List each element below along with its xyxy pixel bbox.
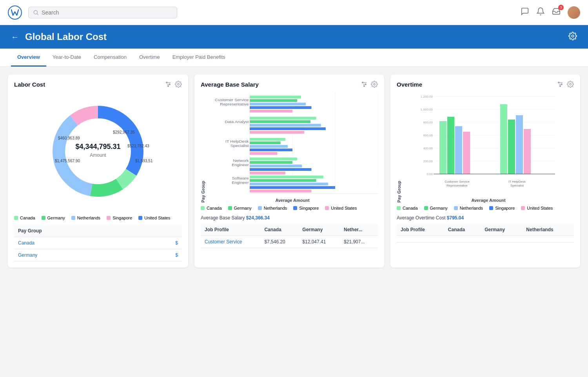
header-bar: ← Global Labor Cost [0, 25, 588, 49]
tab-ytd[interactable]: Year-to-Date [46, 49, 87, 67]
gear-icon-labor[interactable] [175, 81, 182, 88]
overtime-legend: Canada Germany Netherlands Singapore Uni… [397, 206, 574, 210]
avatar[interactable] [568, 6, 580, 19]
svg-point-9 [178, 83, 180, 85]
empty-row [397, 236, 574, 243]
canada-col: Canada [260, 224, 298, 236]
svg-text:Engineer: Engineer [232, 163, 249, 167]
svg-point-29 [374, 83, 376, 85]
svg-rect-38 [250, 103, 306, 105]
svg-rect-96 [463, 132, 470, 174]
svg-text:200.00: 200.00 [423, 160, 433, 163]
labor-cost-legend: Canada Germany Netherlands Singapore Uni… [14, 216, 182, 220]
ot-canada-col: Canada [444, 224, 481, 236]
avg-salary-table: Job Profile Canada Germany Nether... Cus… [201, 224, 378, 248]
svg-rect-53 [250, 152, 277, 155]
svg-point-75 [558, 82, 559, 83]
svg-point-28 [364, 85, 365, 87]
legend-singapore: Singapore [107, 216, 132, 220]
avg-base-salary-card: Average Base Salary Pay Group [194, 74, 384, 268]
germany-row-label[interactable]: Germany [14, 249, 140, 261]
svg-point-8 [168, 85, 169, 87]
svg-rect-44 [250, 124, 321, 127]
svg-rect-97 [500, 104, 507, 174]
germany-dot [42, 216, 45, 220]
svg-point-2 [572, 35, 574, 37]
svg-rect-42 [250, 117, 316, 120]
tab-compensation[interactable]: Compensation [87, 49, 133, 67]
filter-icon-overtime[interactable] [557, 81, 564, 88]
svg-text:$1,593,513.74: $1,593,513.74 [135, 159, 153, 163]
table-row [397, 236, 574, 243]
svg-point-77 [560, 85, 561, 87]
svg-text:$292,967.35: $292,967.35 [113, 130, 135, 134]
cs-nether-val: $21,907... [340, 236, 378, 248]
us-dot [138, 216, 142, 220]
avg-overtime-value: $795.04 [447, 215, 464, 221]
svg-text:Representative: Representative [220, 102, 249, 106]
germany-col: Germany [298, 224, 340, 236]
canada-row-label[interactable]: Canada [14, 237, 140, 249]
inbox-icon[interactable]: 3 [552, 7, 561, 18]
salary-x-axis-label: Average Amount [207, 198, 378, 203]
filter-icon[interactable] [165, 81, 172, 88]
svg-rect-52 [250, 149, 292, 151]
svg-rect-67 [250, 190, 311, 192]
svg-rect-58 [250, 165, 302, 167]
svg-rect-63 [250, 176, 323, 178]
svg-text:$4,344,795.31: $4,344,795.31 [75, 143, 120, 150]
svg-rect-64 [250, 179, 316, 182]
canada-row-value: $ [140, 237, 182, 249]
overtime-icons[interactable] [557, 81, 574, 88]
svg-text:800.00: 800.00 [423, 121, 433, 124]
svg-rect-40 [250, 110, 292, 112]
svg-rect-65 [250, 183, 328, 185]
tab-overview[interactable]: Overview [11, 49, 46, 67]
svg-point-6 [166, 82, 167, 83]
svg-text:Software: Software [232, 176, 249, 180]
svg-rect-66 [250, 186, 335, 189]
labor-cost-icons[interactable] [165, 81, 182, 88]
svg-text:$1,475,567.90: $1,475,567.90 [55, 159, 80, 163]
svg-rect-56 [250, 158, 297, 160]
tab-benefits[interactable]: Employer Paid Benefits [166, 49, 232, 67]
back-button[interactable]: ← [11, 33, 19, 42]
svg-rect-60 [250, 172, 285, 174]
tab-overtime[interactable]: Overtime [133, 49, 166, 67]
svg-rect-59 [250, 168, 311, 171]
labor-cost-card: Labor Cost [8, 74, 188, 268]
overtime-chart-area: Pay Group 1,200.00 1,000.00 800.00 600.0… [397, 92, 574, 203]
netherlands-dot [71, 216, 75, 220]
avg-base-salary-icons[interactable] [361, 81, 378, 88]
salary-bar-chart: Customer Service Representative Data Ana… [207, 92, 378, 194]
svg-rect-43 [250, 120, 310, 123]
bell-icon[interactable] [536, 7, 545, 18]
svg-rect-36 [250, 96, 301, 98]
svg-text:400.00: 400.00 [423, 147, 433, 150]
svg-text:Specialist: Specialist [230, 144, 249, 148]
svg-rect-37 [250, 99, 297, 102]
svg-text:$521,782.43: $521,782.43 [127, 144, 149, 148]
legend-netherlands: Netherlands [71, 216, 100, 220]
svg-text:Representative: Representative [446, 184, 468, 187]
chat-icon[interactable] [521, 7, 529, 18]
svg-text:600.00: 600.00 [423, 134, 433, 137]
legend-germany: Germany [42, 216, 65, 220]
search-bar[interactable] [28, 7, 177, 18]
labor-cost-title: Labor Cost [14, 81, 45, 88]
logo [8, 5, 22, 20]
svg-line-1 [37, 13, 38, 14]
search-input[interactable] [42, 9, 172, 16]
gear-icon-overtime[interactable] [567, 81, 574, 88]
filter-icon-salary[interactable] [361, 81, 368, 88]
avg-base-salary-header: Average Base Salary [201, 81, 378, 88]
amount-col-header [140, 225, 182, 237]
customer-service-row[interactable]: Customer Service [201, 236, 260, 248]
gear-icon-salary[interactable] [371, 81, 378, 88]
svg-rect-57 [250, 161, 292, 164]
table-row: Canada $ [14, 237, 182, 249]
svg-text:Customer Service: Customer Service [215, 98, 249, 102]
settings-button[interactable] [568, 32, 577, 42]
legend-singapore-label: Singapore [113, 216, 132, 220]
legend-germany-label: Germany [47, 216, 65, 220]
